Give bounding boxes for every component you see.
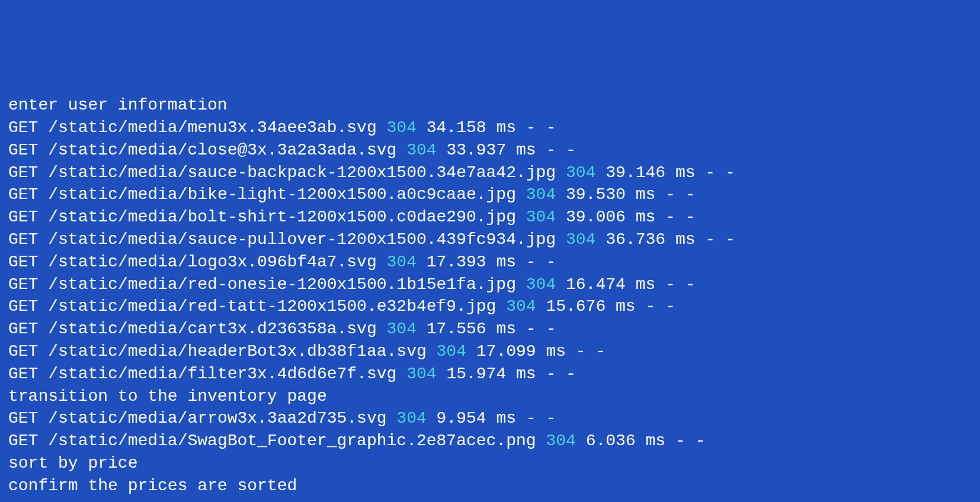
log-line: GET /static/media/close@3x.3a2a3ada.svg … (8, 139, 972, 162)
time-unit: ms (636, 208, 656, 226)
http-status: 304 (566, 230, 595, 249)
http-status: 304 (566, 163, 595, 182)
log-suffix: - - (645, 297, 675, 316)
http-method: GET (8, 253, 38, 271)
http-status: 304 (506, 297, 536, 316)
http-method: GET (8, 342, 38, 361)
log-line: confirm the prices are sorted (8, 475, 972, 497)
log-line: GET /static/media/arrow3x.3aa2d735.svg 3… (8, 407, 972, 430)
response-time: 39.006 (566, 208, 626, 226)
http-method: GET (8, 297, 38, 316)
request-path: /static/media/cart3x.d236358a.svg (48, 320, 377, 338)
http-method: GET (8, 163, 38, 182)
time-unit: ms (636, 185, 656, 204)
log-line: GET /static/media/headerBot3x.db38f1aa.s… (8, 340, 972, 363)
log-suffix: - - (576, 342, 606, 361)
response-time: 15.676 (546, 297, 606, 316)
log-line: GET /static/media/red-tatt-1200x1500.e32… (8, 295, 972, 318)
http-method: GET (8, 208, 38, 226)
http-status: 304 (546, 432, 575, 450)
time-unit: ms (636, 275, 656, 294)
response-time: 9.954 (437, 409, 486, 427)
response-time: 33.937 (446, 141, 506, 159)
http-status: 304 (526, 275, 556, 294)
http-method: GET (8, 118, 38, 137)
http-method: GET (8, 230, 38, 249)
http-status: 304 (406, 365, 436, 383)
log-message: confirm the prices are sorted (8, 477, 297, 495)
log-suffix: - - (526, 409, 556, 427)
log-line: sort by price (8, 452, 972, 475)
response-time: 17.393 (427, 253, 486, 271)
response-time: 36.736 (606, 230, 665, 249)
log-line: GET /static/media/red-onesie-1200x1500.1… (8, 273, 972, 296)
http-status: 304 (526, 185, 556, 204)
log-suffix: - - (546, 141, 575, 159)
time-unit: ms (496, 409, 516, 427)
response-time: 16.474 (566, 275, 626, 294)
time-unit: ms (675, 163, 696, 182)
request-path: /static/media/logo3x.096bf4a7.svg (48, 253, 377, 271)
time-unit: ms (496, 118, 516, 137)
response-time: 6.036 (586, 432, 636, 450)
log-line: transition to the inventory page (8, 385, 972, 408)
http-status: 304 (387, 118, 417, 137)
log-suffix: - - (526, 253, 556, 271)
request-path: /static/media/SwagBot_Footer_graphic.2e8… (48, 432, 536, 450)
http-method: GET (8, 320, 38, 338)
http-status: 304 (406, 141, 436, 159)
log-line: GET /static/media/menu3x.34aee3ab.svg 30… (8, 117, 972, 139)
http-status: 304 (396, 409, 426, 427)
http-method: GET (8, 432, 38, 450)
request-path: /static/media/filter3x.4d6d6e7f.svg (48, 365, 396, 383)
request-path: /static/media/red-tatt-1200x1500.e32b4ef… (48, 297, 496, 316)
http-status: 304 (387, 253, 417, 271)
log-line: GET /static/media/bike-light-1200x1500.a… (8, 184, 972, 206)
request-path: /static/media/menu3x.34aee3ab.svg (48, 118, 377, 137)
time-unit: ms (645, 432, 665, 450)
log-line: GET /static/media/sauce-pullover-1200x15… (8, 229, 972, 251)
http-method: GET (8, 275, 38, 294)
log-suffix: - - (665, 185, 695, 204)
time-unit: ms (616, 297, 636, 316)
response-time: 39.146 (606, 163, 665, 182)
log-message: enter user information (8, 96, 228, 114)
request-path: /static/media/arrow3x.3aa2d735.svg (48, 409, 386, 427)
log-suffix: - - (665, 208, 695, 226)
request-path: /static/media/bike-light-1200x1500.a0c9c… (48, 185, 516, 204)
time-unit: ms (546, 342, 566, 361)
log-message: transition to the inventory page (8, 387, 327, 406)
time-unit: ms (496, 320, 516, 338)
log-suffix: - - (705, 163, 735, 182)
log-suffix: - - (546, 365, 575, 383)
http-status: 304 (387, 320, 417, 338)
request-path: /static/media/sauce-backpack-1200x1500.3… (48, 163, 556, 182)
log-line: GET /static/media/cart3x.d236358a.svg 30… (8, 318, 972, 340)
log-line: GET /static/media/bolt-shirt-1200x1500.c… (8, 206, 972, 229)
time-unit: ms (675, 230, 696, 249)
log-line: enter user information (8, 94, 972, 117)
response-time: 15.974 (446, 365, 506, 383)
log-suffix: - - (665, 275, 695, 294)
terminal-output: enter user informationGET /static/media/… (8, 94, 972, 497)
log-line: GET /static/media/logo3x.096bf4a7.svg 30… (8, 251, 972, 273)
log-suffix: - - (675, 432, 705, 450)
time-unit: ms (496, 253, 516, 271)
http-method: GET (8, 409, 38, 427)
request-path: /static/media/sauce-pullover-1200x1500.4… (48, 230, 556, 249)
time-unit: ms (516, 365, 536, 383)
response-time: 39.530 (566, 185, 626, 204)
http-method: GET (8, 141, 38, 159)
time-unit: ms (516, 141, 536, 159)
log-suffix: - - (526, 118, 556, 137)
response-time: 17.099 (476, 342, 536, 361)
response-time: 17.556 (427, 320, 486, 338)
log-line: GET /static/media/sauce-backpack-1200x15… (8, 162, 972, 184)
log-line: GET /static/media/SwagBot_Footer_graphic… (8, 430, 972, 452)
request-path: /static/media/close@3x.3a2a3ada.svg (48, 141, 396, 159)
log-suffix: - - (705, 230, 735, 249)
log-suffix: - - (526, 320, 556, 338)
request-path: /static/media/bolt-shirt-1200x1500.c0dae… (48, 208, 516, 226)
log-message: sort by price (8, 454, 137, 472)
http-method: GET (8, 185, 38, 204)
